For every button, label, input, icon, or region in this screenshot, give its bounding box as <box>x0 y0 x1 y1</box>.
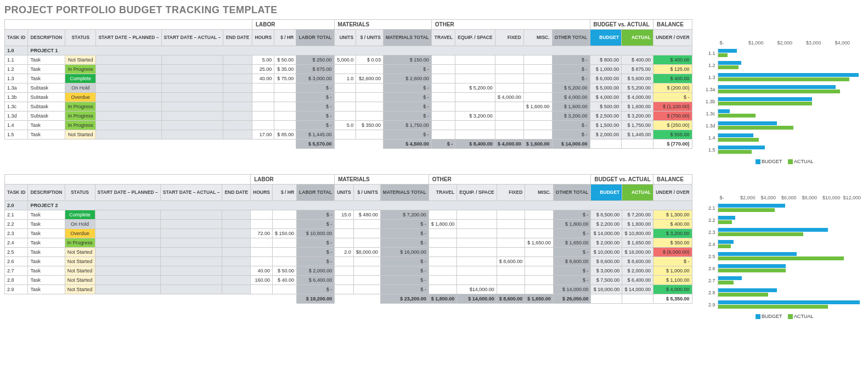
rate-per-hour[interactable] <box>272 220 296 229</box>
cost-per-unit[interactable] <box>356 102 384 111</box>
task-desc[interactable]: Task <box>28 55 65 65</box>
task-desc[interactable]: Subtask <box>28 83 65 93</box>
hours[interactable] <box>252 93 274 102</box>
hours[interactable]: 17.00 <box>252 130 274 139</box>
travel[interactable] <box>431 65 455 74</box>
status-cell[interactable]: Not Started <box>65 257 95 266</box>
hours[interactable] <box>251 248 273 257</box>
start-date-planned[interactable] <box>95 238 160 248</box>
start-date-actual[interactable] <box>160 210 222 220</box>
fixed[interactable] <box>495 111 523 121</box>
misc[interactable] <box>523 74 552 83</box>
units[interactable] <box>335 257 354 266</box>
travel[interactable] <box>429 257 457 266</box>
travel[interactable] <box>429 229 457 238</box>
units[interactable] <box>334 93 356 102</box>
rate-per-hour[interactable]: $ 35.00 <box>274 65 296 74</box>
misc[interactable] <box>525 276 554 285</box>
misc[interactable]: $ 1,600.00 <box>523 102 552 111</box>
fixed[interactable] <box>497 229 525 238</box>
equip-space[interactable] <box>457 220 497 229</box>
end-date[interactable] <box>223 130 252 139</box>
hours[interactable]: 72.00 <box>251 229 273 238</box>
end-date[interactable] <box>223 111 252 121</box>
rate-per-hour[interactable] <box>274 121 296 130</box>
status-cell[interactable]: Not Started <box>65 248 95 257</box>
rate-per-hour[interactable] <box>272 257 296 266</box>
rate-per-hour[interactable]: $ 40.00 <box>272 276 296 285</box>
hours[interactable] <box>252 83 274 93</box>
start-date-actual[interactable] <box>160 276 222 285</box>
start-date-actual[interactable] <box>160 257 222 266</box>
task-desc[interactable]: Task <box>28 238 65 248</box>
travel[interactable] <box>429 210 457 220</box>
equip-space[interactable] <box>455 102 495 111</box>
travel[interactable] <box>431 55 455 65</box>
travel[interactable] <box>431 83 455 93</box>
start-date-actual[interactable] <box>161 74 223 83</box>
rate-per-hour[interactable] <box>274 102 296 111</box>
hours[interactable]: 40.00 <box>252 74 274 83</box>
task-desc[interactable]: Subtask <box>28 102 65 111</box>
start-date-actual[interactable] <box>160 220 222 229</box>
end-date[interactable] <box>222 229 251 238</box>
start-date-actual[interactable] <box>161 121 223 130</box>
hours[interactable] <box>251 238 273 248</box>
start-date-planned[interactable] <box>95 220 160 229</box>
start-date-planned[interactable] <box>95 276 160 285</box>
equip-space[interactable] <box>457 257 497 266</box>
travel[interactable] <box>431 111 455 121</box>
hours[interactable] <box>251 210 273 220</box>
task-desc[interactable]: Task <box>28 65 65 74</box>
fixed[interactable] <box>495 55 523 65</box>
start-date-planned[interactable] <box>96 74 161 83</box>
misc[interactable] <box>523 65 552 74</box>
rate-per-hour[interactable] <box>272 285 296 294</box>
rate-per-hour[interactable] <box>274 111 296 121</box>
fixed[interactable] <box>497 276 525 285</box>
equip-space[interactable] <box>457 248 497 257</box>
task-desc[interactable]: Task <box>28 257 65 266</box>
cost-per-unit[interactable] <box>353 238 380 248</box>
status-cell[interactable]: On Hold <box>65 220 95 229</box>
cost-per-unit[interactable]: $ 480.00 <box>353 210 380 220</box>
fixed[interactable] <box>495 102 523 111</box>
rate-per-hour[interactable] <box>272 210 296 220</box>
start-date-planned[interactable] <box>95 266 160 276</box>
start-date-planned[interactable] <box>96 111 161 121</box>
fixed[interactable]: $ 4,000.00 <box>495 93 523 102</box>
task-desc[interactable]: Task <box>28 248 65 257</box>
end-date[interactable] <box>223 74 252 83</box>
start-date-planned[interactable] <box>96 121 161 130</box>
status-cell[interactable]: Overdue <box>65 229 95 238</box>
misc[interactable] <box>523 55 552 65</box>
end-date[interactable] <box>222 220 251 229</box>
start-date-actual[interactable] <box>161 65 223 74</box>
task-desc[interactable]: Task <box>28 229 65 238</box>
equip-space[interactable] <box>457 276 497 285</box>
equip-space[interactable] <box>457 210 497 220</box>
units[interactable] <box>335 285 354 294</box>
fixed[interactable] <box>497 266 525 276</box>
fixed[interactable] <box>495 121 523 130</box>
hours[interactable]: 160.00 <box>251 276 273 285</box>
equip-space[interactable] <box>455 65 495 74</box>
fixed[interactable] <box>495 83 523 93</box>
start-date-actual[interactable] <box>161 55 223 65</box>
start-date-actual[interactable] <box>160 238 222 248</box>
units[interactable]: 1.0 <box>334 74 356 83</box>
start-date-planned[interactable] <box>95 210 160 220</box>
status-cell[interactable]: Not Started <box>65 130 96 139</box>
end-date[interactable] <box>222 285 251 294</box>
misc[interactable] <box>525 229 554 238</box>
fixed[interactable] <box>495 74 523 83</box>
start-date-actual[interactable] <box>161 102 223 111</box>
start-date-planned[interactable] <box>95 248 160 257</box>
rate-per-hour[interactable]: $ 50.00 <box>274 55 296 65</box>
travel[interactable]: $ 1,800.00 <box>429 220 457 229</box>
rate-per-hour[interactable] <box>274 83 296 93</box>
travel[interactable] <box>429 276 457 285</box>
rate-per-hour[interactable] <box>272 248 296 257</box>
task-desc[interactable]: Task <box>28 210 65 220</box>
start-date-actual[interactable] <box>161 130 223 139</box>
